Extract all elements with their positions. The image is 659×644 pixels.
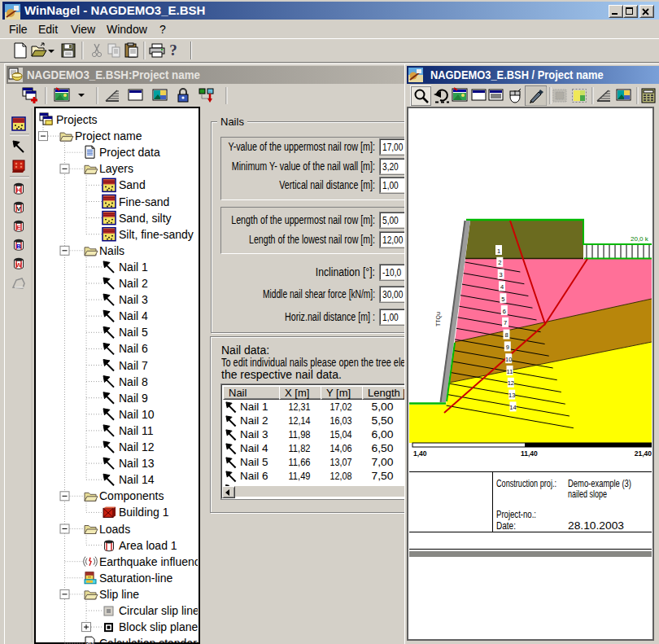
svg-text:Block slip plane: Block slip plane: [119, 620, 198, 633]
svg-text:Nail 6: Nail 6: [119, 342, 148, 355]
svg-text:Building 1: Building 1: [119, 506, 169, 519]
svg-text:1,40: 1,40: [413, 449, 427, 458]
svg-text:Fine-sand: Fine-sand: [119, 195, 169, 208]
svg-text:14: 14: [509, 404, 516, 411]
svg-text:Nail 11: Nail 11: [119, 424, 154, 437]
svg-text:28.10.2003: 28.10.2003: [568, 519, 624, 532]
svg-text:5: 5: [501, 296, 504, 303]
svg-text:Nail 4: Nail 4: [240, 442, 268, 454]
svg-text:Nail 2: Nail 2: [240, 414, 268, 427]
svg-text:12,08: 12,08: [330, 470, 352, 482]
svg-text:nailed slope: nailed slope: [568, 488, 607, 500]
svg-text:Nail 12: Nail 12: [119, 440, 155, 453]
svg-text:21,40: 21,40: [635, 449, 652, 458]
svg-text:11,40: 11,40: [521, 449, 538, 458]
svg-text:7,50: 7,50: [372, 470, 394, 482]
svg-text:Nail 2: Nail 2: [119, 277, 148, 290]
svg-text:Nail 3: Nail 3: [240, 428, 268, 440]
svg-text:?: ?: [169, 42, 177, 59]
svg-text:12: 12: [508, 379, 514, 387]
svg-text:Sand, silty: Sand, silty: [119, 212, 172, 225]
svg-text:Sand: Sand: [119, 178, 146, 191]
svg-text:11,98: 11,98: [289, 428, 311, 440]
svg-text:4: 4: [500, 283, 504, 291]
svg-text:20,0 k: 20,0 k: [631, 235, 649, 243]
svg-text:9: 9: [506, 344, 509, 351]
svg-text:Nail 9: Nail 9: [119, 392, 148, 405]
svg-text:Nail 8: Nail 8: [119, 375, 148, 388]
svg-text:B: B: [16, 243, 21, 250]
svg-text:Saturation-line: Saturation-line: [99, 572, 172, 585]
svg-text:Nail 7: Nail 7: [119, 359, 148, 372]
svg-text:Nail 13: Nail 13: [119, 457, 155, 470]
svg-text:13: 13: [508, 392, 515, 399]
svg-text:10: 10: [505, 356, 512, 363]
svg-text:Circular slip line: Circular slip line: [119, 604, 198, 617]
svg-text:5,00: 5,00: [372, 401, 394, 413]
svg-text:Nail 5: Nail 5: [240, 456, 268, 468]
svg-text:Project-no.:: Project-no.:: [496, 508, 536, 520]
svg-text:5,50: 5,50: [372, 414, 394, 427]
svg-text:11,66: 11,66: [289, 456, 311, 468]
svg-text:Area load 1: Area load 1: [119, 539, 177, 552]
svg-text:H: H: [16, 186, 21, 194]
svg-text:Silt, fine-sandy: Silt, fine-sandy: [119, 228, 194, 241]
svg-text:TTQu: TTQu: [435, 312, 442, 326]
svg-text:Loads: Loads: [99, 523, 130, 536]
svg-text:Nail 1: Nail 1: [119, 261, 148, 274]
svg-text:Project data: Project data: [99, 146, 160, 159]
svg-text:8: 8: [504, 331, 508, 339]
svg-text:Projects: Projects: [56, 113, 98, 126]
svg-text:3: 3: [500, 271, 503, 278]
svg-text:11: 11: [507, 368, 513, 375]
svg-text:11,49: 11,49: [289, 470, 311, 482]
svg-text:W: W: [15, 261, 22, 269]
svg-text:Nail 4: Nail 4: [119, 309, 148, 322]
svg-text:Nail 1: Nail 1: [240, 401, 268, 413]
svg-text:17,02: 17,02: [330, 401, 352, 413]
svg-text:13,07: 13,07: [330, 456, 352, 468]
svg-text:6,00: 6,00: [372, 428, 394, 440]
svg-text:6: 6: [503, 308, 506, 315]
svg-text:11,82: 11,82: [289, 442, 311, 454]
svg-text:16,03: 16,03: [330, 414, 352, 427]
svg-text:Nail 10: Nail 10: [119, 408, 155, 421]
svg-text:Slip line: Slip line: [99, 588, 139, 601]
svg-text:Construction proj.:: Construction proj.:: [496, 477, 556, 489]
svg-text:Nail 6: Nail 6: [240, 470, 268, 482]
svg-text:12,31: 12,31: [289, 401, 311, 413]
svg-text:2: 2: [498, 259, 501, 266]
svg-text:Nail 5: Nail 5: [119, 326, 148, 339]
svg-text:E: E: [16, 224, 21, 231]
svg-text:Calculation standard: Calculation standard: [99, 637, 198, 644]
svg-text:14,06: 14,06: [330, 442, 352, 454]
svg-text:Date:: Date:: [496, 519, 516, 532]
svg-text:Nail 14: Nail 14: [119, 473, 155, 486]
svg-text:12,14: 12,14: [289, 414, 311, 427]
svg-text:6,50: 6,50: [372, 442, 394, 454]
svg-text:Earthquake influence: Earthquake influence: [99, 555, 198, 568]
svg-text:Nails: Nails: [99, 244, 124, 257]
svg-text:15,04: 15,04: [330, 428, 352, 440]
svg-text:1: 1: [497, 248, 500, 255]
svg-text:Nail 3: Nail 3: [119, 293, 148, 306]
svg-text:V: V: [16, 205, 21, 212]
svg-text:Components: Components: [99, 489, 164, 502]
svg-text:7,00: 7,00: [372, 456, 394, 468]
svg-text:Layers: Layers: [99, 162, 133, 175]
svg-text:7: 7: [504, 319, 507, 326]
svg-text:Project name: Project name: [75, 129, 142, 142]
